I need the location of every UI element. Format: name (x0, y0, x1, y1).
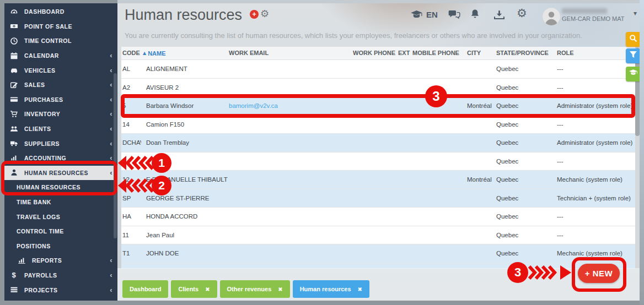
footer-tab-clients[interactable]: Clients✖ (171, 280, 217, 298)
sidebar-item-control-time[interactable]: CONTROL TIME (4, 224, 117, 239)
chevron-left-icon: ‹ (110, 110, 112, 118)
sidebar-item-purchases[interactable]: PURCHASES‹ (4, 92, 117, 107)
column-header-mobile-phone[interactable]: MOBILE PHONE (411, 47, 466, 59)
cell-work-phone (352, 226, 397, 244)
column-header-name[interactable]: ▲NAME (141, 47, 228, 59)
cell-code: DCHAVEZ (121, 134, 141, 152)
sidebar-item-label: CONTROL TIME (17, 228, 64, 235)
table-row[interactable]: 14Camion F150Quebec--- (121, 116, 635, 134)
table-row[interactable]: 5Barbara Windsorbamorim@v2v.caMontréalQu… (121, 97, 635, 116)
new-button[interactable]: + NEW (578, 264, 620, 283)
cell-work-phone (352, 189, 397, 208)
sidebar-item-positions[interactable]: POSITIONS (4, 239, 117, 254)
table-row[interactable]: ALALIGNEMENTQuebec--- (121, 60, 635, 79)
column-header-code[interactable]: CODE (121, 47, 141, 59)
cell-work-phone (352, 208, 397, 226)
svg-text:$: $ (12, 271, 17, 280)
sidebar-item-sales[interactable]: SALES‹ (4, 78, 117, 92)
chevron-left-icon: ‹ (110, 95, 112, 104)
cell-city (466, 116, 495, 134)
settings-gear-icon[interactable]: ⚙ (517, 7, 527, 20)
cell-role: Technician + (system role) (556, 189, 635, 208)
cell-ext (397, 189, 411, 208)
cell-mobile-phone (411, 244, 466, 263)
projects-icon (10, 286, 19, 294)
cell-state-province: Quebec (495, 60, 556, 78)
bell-icon[interactable] (470, 9, 480, 20)
sidebar-item-suppliers[interactable]: SUPPLIERS‹ (4, 136, 117, 151)
cell-ext (397, 171, 411, 189)
sidebar-scrollbar[interactable] (114, 73, 117, 238)
table-row[interactable]: SPGEORGE ST-PIERREQuebecTechnician + (sy… (121, 189, 635, 208)
cell-city (466, 134, 495, 152)
footer-tab-human-resources[interactable]: Human resources✖ (293, 280, 369, 298)
cell-code: A2 (121, 79, 141, 97)
cell-name: Camion F150 (141, 116, 228, 134)
cell-city (466, 79, 495, 97)
gear-icon[interactable]: ⚙ (260, 8, 269, 19)
table-row[interactable]: A2AVISEUR 2Quebec--- (121, 79, 635, 97)
sidebar-item-label: TRAVEL LOGS (17, 214, 60, 220)
sidebar-item-inventory[interactable]: INVENTORY‹ (4, 107, 117, 122)
sidebar-item-calendar[interactable]: CALENDAR‹ (4, 48, 117, 63)
table-row[interactable]: Quebec--- (121, 153, 635, 171)
chevron-left-icon: ‹ (110, 66, 112, 74)
footer-tab-dashboard[interactable]: Dashboard (122, 280, 168, 298)
column-header-work-email[interactable]: WORK EMAIL (228, 47, 352, 59)
cell-role: --- (556, 208, 635, 226)
sidebar-item-accounting[interactable]: ACCOUNTING‹ (4, 151, 117, 166)
cell-role: Administrator (system role) (556, 134, 635, 152)
chat-icon[interactable] (448, 10, 461, 20)
cell-mobile-phone (411, 116, 466, 134)
cell-city: Montréal (466, 97, 495, 115)
language-selector[interactable]: EN (426, 10, 438, 19)
sidebar-item-point-of-sale[interactable]: POINT OF SALE (4, 19, 117, 34)
inventory-icon (10, 110, 19, 118)
close-icon[interactable]: ✖ (358, 286, 362, 292)
suppliers-icon (10, 139, 19, 148)
column-header-city[interactable]: CITY (466, 47, 495, 59)
sidebar-item-projects[interactable]: PROJECTS‹ (4, 282, 117, 297)
column-header-ext[interactable]: EXT (397, 47, 411, 59)
filter-button[interactable] (626, 48, 640, 63)
sidebar-item-clients[interactable]: CLIENTS‹ (4, 122, 117, 137)
table-row[interactable]: HAHONDA ACCORDQuebec--- (121, 208, 635, 226)
add-icon[interactable]: + (250, 10, 259, 19)
sidebar-item-human-resources[interactable]: HUMAN RESOURCES (4, 180, 117, 195)
sidebar-item-payrolls[interactable]: $PAYROLLS‹ (4, 268, 117, 283)
sidebar-item-dashboard[interactable]: DASHBOARD (4, 4, 117, 19)
column-header-work-phone[interactable]: WORK PHONE (352, 47, 397, 59)
account-name: GEM-CAR DEMO MAT (562, 15, 624, 22)
table-row[interactable]: T1JOHN DOEQuebecMechanic (system role) (121, 244, 635, 263)
sidebar-item-label: TIME BANK (17, 199, 51, 205)
cell-state-province: Quebec (495, 244, 556, 263)
cell-work-email[interactable]: bamorim@v2v.ca (228, 97, 352, 115)
table-row[interactable]: 11Jean PaulQuebec--- (121, 226, 635, 245)
table-row[interactable]: DCHAVEZDoan TremblayQuebecAdministrator … (121, 134, 635, 153)
cell-ext (397, 226, 411, 244)
graduation-cap-icon[interactable] (410, 10, 423, 20)
sidebar-item-label: DASHBOARD (24, 8, 65, 15)
sidebar-item-label: HUMAN RESOURCES (24, 170, 88, 176)
cell-code: HA (121, 208, 141, 226)
search-button[interactable] (626, 32, 640, 47)
sidebar-item-time-bank[interactable]: TIME BANK (4, 195, 117, 210)
sidebar-item-reports[interactable]: REPORTS‹ (4, 253, 117, 268)
avatar[interactable] (543, 8, 560, 25)
close-icon[interactable]: ✖ (205, 286, 210, 292)
cell-city: Montréal (466, 171, 495, 189)
sidebar-item-travel-logs[interactable]: TRAVEL LOGS (4, 209, 117, 224)
caret-down-icon[interactable]: ▾ (634, 9, 637, 17)
column-header-role[interactable]: ROLE (556, 47, 635, 59)
download-icon[interactable] (494, 10, 505, 20)
cell-name: HONDA ACCORD (141, 208, 228, 226)
column-header-state-province[interactable]: STATE/PROVINCE (495, 47, 556, 59)
sidebar-item-human-resources[interactable]: HUMAN RESOURCES‹ (4, 166, 117, 181)
sidebar-item-time-control[interactable]: TIME CONTROL (4, 34, 117, 48)
close-icon[interactable]: ✖ (278, 286, 282, 292)
table-row[interactable]: 12E EMMANUELLE THIBAULTMontréalQuebecMec… (121, 171, 635, 189)
sidebar-item-vehicles[interactable]: VEHICLES‹ (4, 63, 117, 78)
footer-tab-other-revenues[interactable]: Other revenues✖ (220, 280, 290, 298)
training-button[interactable] (626, 67, 640, 81)
tab-label: Clients (178, 286, 198, 292)
